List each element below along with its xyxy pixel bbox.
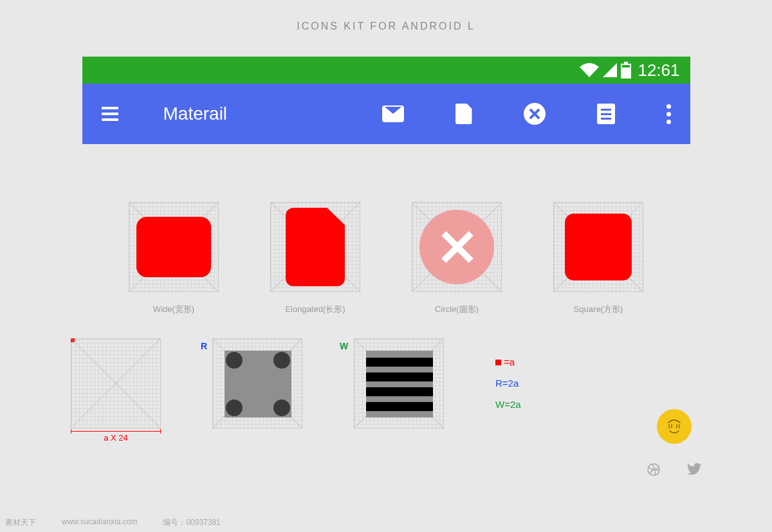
signal-icon [603,63,617,77]
shape-cell-circle: Circle(圆形) [412,202,502,315]
shape-cell-square: Square(方形) [553,202,643,315]
legend: =a R=2a W=2a [495,338,521,415]
more-icon[interactable] [666,104,671,124]
wide-shape-icon [136,217,211,277]
shape-label: Circle(圆形) [435,304,479,315]
stripes-icon [366,351,433,417]
radius-label: R [201,341,207,351]
scale-examples-row: a X 24 R W =a R=2a W=2a [0,338,772,443]
twitter-icon[interactable] [687,463,701,475]
mail-icon[interactable] [382,105,404,122]
app-title: Materail [163,104,228,124]
shape-label: Wide(宽形) [153,304,194,315]
status-bar: 12:61 [82,57,690,84]
site-name: 素材天下 [5,517,36,528]
footer-meta: 素材天下 www.sucaitianxia.com 编号：00937381 [5,517,221,528]
swatch-icon [495,360,501,365]
site-url: www.sucaitianxia.com [62,517,137,528]
serial-number: 编号：00937381 [163,517,220,528]
grid-box [71,338,161,428]
scale-grid-cell: a X 24 [71,338,161,443]
shape-cell-elongated: Elongated(长形) [270,202,360,315]
width-label: W [340,341,348,351]
wifi-icon [580,63,599,77]
svg-line-12 [71,339,160,428]
document-icon[interactable] [597,104,615,124]
menu-icon[interactable] [102,107,118,121]
grid-box [270,202,360,292]
measure-label: a X 24 [104,433,128,443]
app-bar: Materail [82,84,690,144]
svg-rect-1 [624,62,628,64]
grid-box [354,338,444,428]
social-links [647,463,701,476]
shape-examples-row: Wide(宽形) Elongated(长形) Circle(圆形) Square… [0,202,772,315]
svg-rect-2 [622,65,630,68]
legend-a: =a [495,351,521,372]
device-mockup: 12:61 Materail [82,57,690,144]
square-shape-icon [565,214,632,280]
dribbble-icon[interactable] [647,463,660,476]
measure-line [71,431,161,432]
shape-label: Square(方形) [574,304,623,315]
circle-shape-icon [419,210,494,284]
battery-icon [621,62,631,78]
grid-box [212,338,302,428]
page-title: ICONS KIT FOR ANDROID L [0,0,772,32]
clock-text: 12:61 [638,60,679,80]
grid-box [553,202,643,292]
width-grid-cell: W [354,338,444,428]
elongated-shape-icon [286,208,345,286]
grid-box [129,202,219,292]
author-avatar-icon [657,409,692,444]
shape-label: Elongated(长形) [285,304,345,315]
unit-square-icon [71,338,75,342]
legend-r: R=2a [495,372,521,394]
close-icon[interactable] [524,103,546,125]
file-icon[interactable] [455,104,472,124]
legend-w: W=2a [495,394,521,415]
corner-dots-icon [225,351,291,417]
shape-cell-wide: Wide(宽形) [129,202,219,315]
grid-box [412,202,502,292]
radius-grid-cell: R [212,338,302,428]
svg-line-11 [71,339,160,428]
